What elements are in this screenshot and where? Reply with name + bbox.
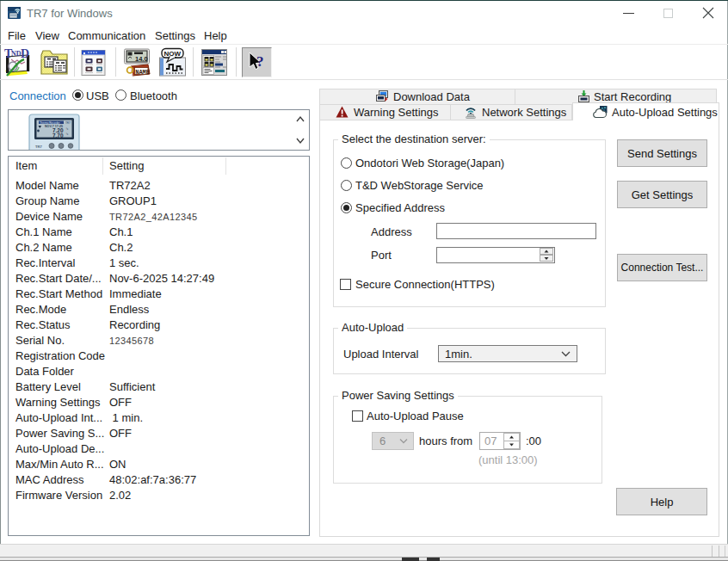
svg-text:°c: °c [66, 127, 69, 131]
svg-text:NAME: NAME [135, 69, 150, 76]
svg-text:ND: ND [11, 50, 22, 58]
svg-text:?: ? [256, 53, 264, 70]
svg-text:7.70: 7.70 [52, 133, 64, 139]
svg-text:TR7: TR7 [35, 145, 43, 149]
svg-text:D: D [21, 47, 29, 60]
svg-text:Thermo Recorder: Thermo Recorder [40, 121, 60, 125]
svg-text:NOW: NOW [164, 50, 182, 58]
svg-text:TR7: TR7 [65, 121, 71, 125]
svg-text:°c: °c [66, 133, 69, 136]
svg-text:14.0: 14.0 [135, 55, 148, 63]
